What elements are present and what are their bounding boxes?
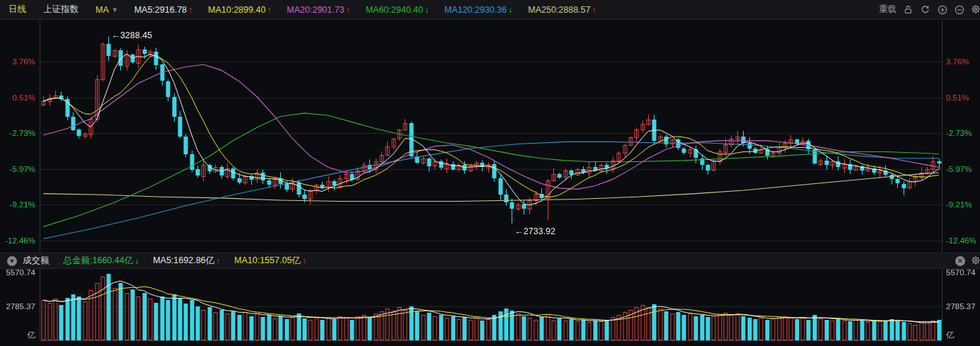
down-arrow-icon: ↓ bbox=[134, 256, 139, 266]
collapse-panel-icon[interactable]: ▾ bbox=[7, 256, 17, 266]
ma120-value: MA120:2930.36 bbox=[444, 5, 507, 15]
volume-ma10: MA10:1557.05亿 ↑ bbox=[227, 255, 313, 267]
symbol-name[interactable]: 上证指数 bbox=[35, 4, 87, 16]
up-arrow-icon: ↑ bbox=[346, 5, 350, 15]
price-axis-label: -5.97% bbox=[946, 164, 980, 174]
annotation-period-low: ←2733.92 bbox=[514, 226, 555, 236]
up-arrow-icon: ↑ bbox=[188, 5, 192, 15]
legend-item-ma20: MA20:2901.73 ↑ bbox=[279, 5, 357, 15]
up-arrow-icon: ↑ bbox=[267, 5, 271, 15]
ma-menu-button[interactable]: MA ▼ bbox=[87, 5, 127, 15]
legend-item-ma5: MA5:2916.78 ↑ bbox=[127, 5, 200, 15]
down-arrow-icon: ↓ bbox=[508, 5, 512, 15]
price-axis-label: -2.73% bbox=[0, 128, 35, 138]
ma60-value: MA60:2940.40 bbox=[366, 5, 423, 15]
price-axis-label: -12.46% bbox=[946, 236, 980, 246]
legend-item-ma250: MA250:2888.57 ↑ bbox=[520, 5, 604, 15]
price-axis-label: 0.51% bbox=[946, 93, 980, 103]
price-axis-label: 3.76% bbox=[0, 57, 35, 67]
ma250-value: MA250:2888.57 bbox=[528, 5, 590, 15]
volume-unit-label: 亿 bbox=[0, 330, 35, 340]
up-arrow-icon: ↑ bbox=[592, 5, 596, 15]
price-axis-label: 0.51% bbox=[0, 93, 35, 103]
up-arrow-icon: ↑ bbox=[302, 256, 306, 266]
up-arrow-icon: ↑ bbox=[216, 256, 220, 266]
volume-ma5: MA5:1692.86亿 ↑ bbox=[146, 255, 227, 267]
volume-ma5-value: MA5:1692.86亿 bbox=[153, 255, 214, 267]
volume-total: 总金额:1660.44亿 ↓ bbox=[57, 255, 146, 267]
zoom-in-icon[interactable] bbox=[937, 4, 947, 15]
volume-ma10-value: MA10:1557.05亿 bbox=[234, 255, 301, 267]
chevron-down-icon: ▼ bbox=[112, 6, 118, 13]
volume-axis-label: 2785.37 bbox=[0, 301, 35, 311]
price-axis-label: -2.73% bbox=[946, 128, 980, 138]
volume-panel-title[interactable]: 成交额 bbox=[18, 255, 57, 267]
price-axis-label: -9.21% bbox=[0, 200, 35, 209]
ma20-value: MA20:2901.73 bbox=[287, 5, 344, 15]
down-arrow-icon: ↓ bbox=[425, 5, 429, 15]
reload-button[interactable]: 重载 bbox=[879, 4, 897, 16]
toolbar-left: 日线 上证指数 MA ▼ MA5:2916.78 ↑ MA10:2899.40 … bbox=[0, 4, 604, 16]
price-axis-label: -9.21% bbox=[946, 200, 980, 209]
price-axis-label: -5.97% bbox=[0, 164, 35, 174]
ma10-value: MA10:2899.40 bbox=[208, 5, 265, 15]
volume-axis-label: 2785.37 bbox=[946, 301, 980, 311]
volume-axis-label: 5570.74 bbox=[946, 267, 980, 277]
price-volume-chart-canvas[interactable] bbox=[0, 0, 980, 346]
settings-gear-icon[interactable] bbox=[971, 4, 980, 15]
annotation-period-high: ←3288.45 bbox=[111, 30, 152, 40]
price-axis-label: 3.76% bbox=[946, 57, 980, 67]
ma-menu-label: MA bbox=[96, 5, 109, 15]
price-axis-label: -12.46% bbox=[0, 236, 35, 246]
refresh-icon[interactable] bbox=[920, 4, 930, 15]
ma5-value: MA5:2916.78 bbox=[134, 5, 187, 15]
legend-item-ma10: MA10:2899.40 ↑ bbox=[200, 5, 279, 15]
volume-unit-label: 亿 bbox=[946, 330, 980, 340]
chart-toolbar: 日线 上证指数 MA ▼ MA5:2916.78 ↑ MA10:2899.40 … bbox=[0, 0, 980, 20]
toolbar-right: 重载 bbox=[879, 4, 980, 16]
close-panel-icon[interactable]: ✕ bbox=[955, 256, 965, 266]
ma-legend: MA5:2916.78 ↑ MA10:2899.40 ↑ MA20:2901.7… bbox=[127, 5, 604, 15]
volume-total-value: 总金额:1660.44亿 bbox=[64, 255, 134, 267]
unlock-icon[interactable] bbox=[903, 4, 913, 15]
volume-axis-label: 5570.74 bbox=[0, 267, 35, 277]
trading-app: { "toolbar": { "period": "日线", "symbol":… bbox=[0, 0, 980, 346]
period-selector[interactable]: 日线 bbox=[0, 4, 35, 16]
legend-item-ma120: MA120:2930.36 ↓ bbox=[437, 5, 520, 15]
legend-item-ma60: MA60:2940.40 ↓ bbox=[358, 5, 437, 15]
settings-gear-icon[interactable] bbox=[971, 255, 980, 266]
volume-panel-header: ▾ 成交额 总金额:1660.44亿 ↓ MA5:1692.86亿 ↑ MA10… bbox=[0, 253, 980, 269]
zoom-out-icon[interactable] bbox=[954, 4, 964, 15]
